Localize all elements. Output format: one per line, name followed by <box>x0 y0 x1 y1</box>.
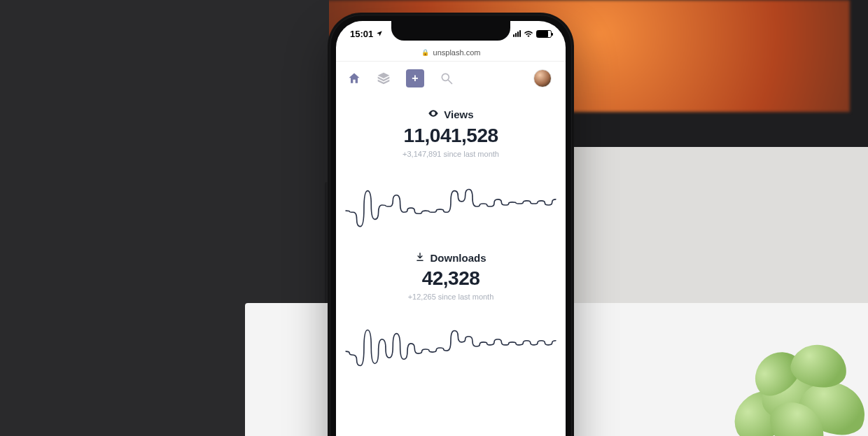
downloads-sparkline <box>343 309 559 386</box>
iphone-device: 15:01 🔒 unsplash.com <box>328 13 574 436</box>
lock-icon: 🔒 <box>421 49 429 56</box>
svg-line-1 <box>449 80 452 84</box>
cell-signal-icon <box>513 30 521 37</box>
app-nav: + <box>336 63 566 94</box>
svg-point-0 <box>442 73 449 80</box>
photo-scene: 15:01 🔒 unsplash.com <box>0 0 868 436</box>
search-icon[interactable] <box>440 71 454 85</box>
views-label: Views <box>444 108 473 120</box>
views-stat: Views 11,041,528 +3,147,891 since last m… <box>343 108 559 246</box>
add-button[interactable]: + <box>406 69 424 87</box>
browser-url-bar[interactable]: 🔒 unsplash.com <box>336 46 566 62</box>
svg-point-2 <box>433 113 435 115</box>
avatar[interactable] <box>533 69 552 87</box>
eye-icon <box>428 108 439 121</box>
phone-screen: 15:01 🔒 unsplash.com <box>336 21 566 436</box>
download-icon <box>415 252 425 264</box>
views-value: 11,041,528 <box>343 125 559 147</box>
battery-icon <box>536 30 552 38</box>
location-icon <box>376 30 383 37</box>
succulent-plant <box>679 282 868 436</box>
status-time: 15:01 <box>350 29 373 39</box>
home-icon[interactable] <box>347 71 361 85</box>
plus-icon: + <box>412 73 418 84</box>
layers-icon[interactable] <box>377 71 391 85</box>
stats-content: Views 11,041,528 +3,147,891 since last m… <box>336 94 566 389</box>
downloads-value: 42,328 <box>343 267 559 290</box>
views-delta: +3,147,891 since last month <box>343 150 559 158</box>
views-sparkline <box>343 167 559 244</box>
downloads-delta: +12,265 since last month <box>343 293 559 301</box>
downloads-label: Downloads <box>430 252 486 264</box>
phone-notch <box>391 21 510 41</box>
wifi-icon <box>524 30 533 37</box>
browser-domain: unsplash.com <box>433 48 481 57</box>
downloads-stat: Downloads 42,328 +12,265 since last mont… <box>343 252 559 389</box>
